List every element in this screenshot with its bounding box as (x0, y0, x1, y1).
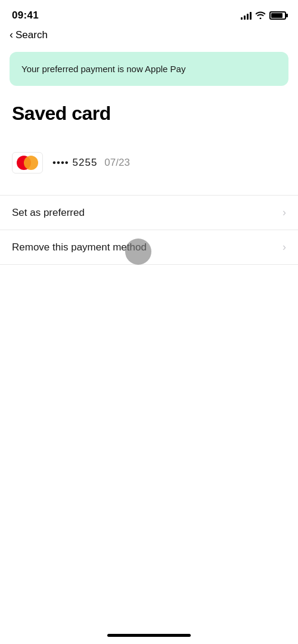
mc-circle-right (24, 156, 38, 170)
status-bar: 09:41 (0, 0, 298, 26)
card-number: •••• 5255 (52, 157, 97, 169)
card-details: •••• 5255 07/23 (52, 157, 130, 169)
wifi-icon (255, 11, 266, 21)
card-section: •••• 5255 07/23 (0, 140, 298, 185)
page-title: Saved card (0, 91, 298, 131)
back-button[interactable]: ‹ Search (10, 29, 48, 41)
set-preferred-label: Set as preferred (12, 207, 85, 219)
back-chevron-icon: ‹ (10, 29, 13, 41)
success-banner: Your preferred payment is now Apple Pay (10, 52, 288, 86)
nav-bar: ‹ Search (0, 26, 298, 47)
status-time: 09:41 (12, 10, 39, 21)
signal-bars-icon (241, 11, 252, 20)
success-banner-text: Your preferred payment is now Apple Pay (21, 64, 185, 74)
chevron-right-icon-2: › (283, 241, 286, 253)
set-preferred-item[interactable]: Set as preferred › (0, 196, 298, 230)
mastercard-logo-icon (12, 152, 43, 174)
menu-section: Set as preferred › Remove this payment m… (0, 195, 298, 265)
status-icons (241, 11, 286, 21)
remove-payment-item[interactable]: Remove this payment method › (0, 230, 298, 265)
battery-icon (269, 11, 286, 20)
remove-payment-label: Remove this payment method (12, 242, 147, 253)
home-indicator (107, 634, 191, 637)
back-label: Search (15, 29, 48, 41)
card-expiry: 07/23 (104, 157, 130, 169)
chevron-right-icon: › (283, 206, 286, 219)
